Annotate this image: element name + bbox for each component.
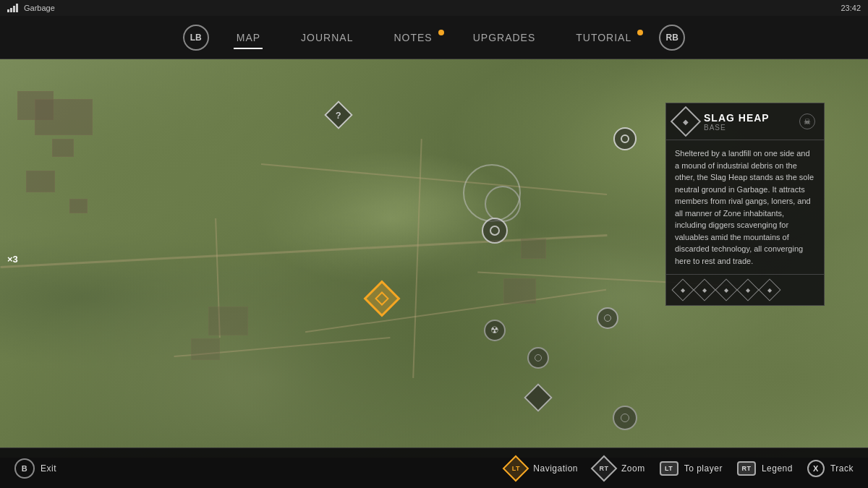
map-marker-question[interactable]: ? xyxy=(328,105,349,125)
x-button[interactable]: X xyxy=(807,460,825,477)
exit-action[interactable]: B Exit xyxy=(14,458,56,479)
map-marker-bottom-center[interactable] xyxy=(527,347,549,369)
map-building xyxy=(521,239,546,259)
map-marker-slag-heap[interactable] xyxy=(482,218,508,244)
zoom-indicator: ×3 xyxy=(7,253,18,264)
exit-label: Exit xyxy=(41,463,56,474)
popup-icon-2[interactable]: ◆ xyxy=(693,278,715,301)
nav-item-map[interactable]: Map xyxy=(216,26,281,49)
track-action[interactable]: X Track xyxy=(807,460,854,477)
map-road xyxy=(305,289,606,333)
lt-button[interactable]: LT xyxy=(660,461,678,476)
legend-label: Legend xyxy=(762,463,793,474)
nav-item-upgrades[interactable]: Upgrades xyxy=(453,26,556,49)
bottom-bar: B Exit LT Navigation RT Zoom LT To playe xyxy=(0,448,868,488)
lb-button[interactable]: LB xyxy=(183,25,209,51)
map-building xyxy=(503,278,536,304)
popup-action-icons: ◆ ◆ ◆ ◆ ◆ xyxy=(666,275,824,305)
system-time: 23:42 xyxy=(841,4,861,12)
map-area[interactable]: ? ☢ xyxy=(0,59,868,458)
navigation-icon: LT xyxy=(504,457,527,480)
map-marker-right[interactable] xyxy=(597,307,618,329)
zoom-button-label: RT xyxy=(600,465,609,472)
navigation-label: Navigation xyxy=(533,463,578,474)
track-label: Track xyxy=(830,463,854,474)
map-building xyxy=(26,171,55,192)
location-popup: ◆ SLAG HEAP BASE ☠ Sheltered by a landfi… xyxy=(665,103,825,306)
popup-title: SLAG HEAP xyxy=(704,112,792,124)
map-background: ? ☢ xyxy=(0,59,868,458)
map-marker-radiation[interactable]: ☢ xyxy=(484,320,506,341)
map-building xyxy=(191,338,220,360)
nav-item-notes[interactable]: Notes xyxy=(373,26,452,49)
map-building xyxy=(35,99,93,135)
popup-icon-3[interactable]: ◆ xyxy=(715,278,737,301)
notes-dot xyxy=(438,30,444,35)
bottom-actions-group: LT Navigation RT Zoom LT To player RT Le… xyxy=(504,457,854,480)
map-marker-bottom-large[interactable] xyxy=(613,406,637,430)
zoom-action[interactable]: RT Zoom xyxy=(592,457,645,480)
tutorial-dot xyxy=(637,30,643,35)
nav-item-journal[interactable]: Journal xyxy=(281,26,373,49)
crosshair-ring-inner xyxy=(485,186,521,222)
to-player-action[interactable]: LT To player xyxy=(660,461,723,476)
player-marker xyxy=(369,286,395,312)
map-building xyxy=(52,139,74,157)
map-building xyxy=(208,307,248,335)
legend-action[interactable]: RT Legend xyxy=(737,461,793,476)
signal-icon xyxy=(7,4,18,12)
navigation-action[interactable]: LT Navigation xyxy=(504,457,578,480)
map-road xyxy=(261,163,607,195)
popup-icon-1[interactable]: ◆ xyxy=(671,278,694,301)
popup-icon-4[interactable]: ◆ xyxy=(736,278,759,301)
map-road xyxy=(0,234,607,268)
popup-header: ◆ SLAG HEAP BASE ☠ xyxy=(666,103,824,140)
system-left-info: Garbage xyxy=(7,4,55,12)
map-marker-bottom-diamond[interactable] xyxy=(528,388,548,408)
app-name: Garbage xyxy=(24,4,55,12)
popup-subtitle: BASE xyxy=(704,124,792,132)
popup-close-icon[interactable]: ☠ xyxy=(799,114,815,129)
zoom-label: Zoom xyxy=(621,463,645,474)
navigation-button-label: LT xyxy=(512,465,520,472)
popup-icon-5[interactable]: ◆ xyxy=(758,278,780,301)
nav-bar: LB Map Journal Notes Upgrades Tutorial R… xyxy=(0,16,868,59)
map-road xyxy=(412,139,422,377)
popup-title-block: SLAG HEAP BASE xyxy=(704,112,792,132)
to-player-label: To player xyxy=(684,463,723,474)
nav-item-tutorial[interactable]: Tutorial xyxy=(556,26,652,49)
popup-description: Sheltered by a landfill on one side and … xyxy=(666,140,824,275)
popup-location-icon: ◆ xyxy=(671,106,701,137)
b-button[interactable]: B xyxy=(14,458,35,479)
system-bar: Garbage 23:42 xyxy=(0,0,868,16)
rb-button[interactable]: RB xyxy=(659,25,685,51)
map-building xyxy=(69,199,88,213)
map-marker-top-right[interactable] xyxy=(613,127,637,150)
zoom-level: ×3 xyxy=(7,253,18,264)
rt-button[interactable]: RT xyxy=(737,461,756,476)
nav-items: LB Map Journal Notes Upgrades Tutorial R… xyxy=(176,25,693,51)
zoom-icon: RT xyxy=(592,457,616,480)
